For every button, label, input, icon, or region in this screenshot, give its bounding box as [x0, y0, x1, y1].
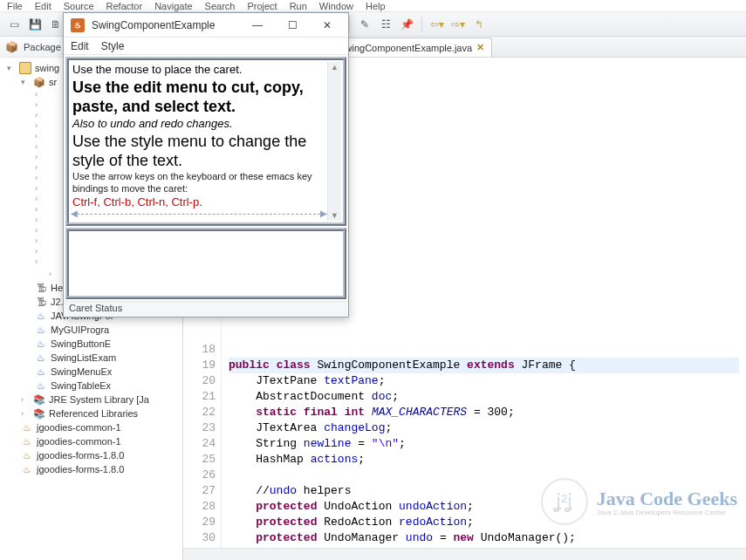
swing-changelog[interactable]: [65, 228, 346, 299]
annotate-icon[interactable]: ✎: [356, 16, 373, 33]
minimize-button[interactable]: ―: [243, 16, 271, 35]
save-icon[interactable]: 💾: [26, 16, 44, 33]
new-icon[interactable]: ▭: [5, 16, 23, 33]
tree-file[interactable]: ♨SwingButtonE: [0, 337, 182, 351]
tree-file[interactable]: ♨MyGUIProgra: [0, 323, 182, 337]
textpane-scrollbar[interactable]: [327, 62, 341, 221]
sep: [421, 17, 422, 32]
tree-file[interactable]: ♨SwingMenuEx: [0, 365, 182, 379]
menu-edit[interactable]: Edit: [35, 1, 51, 11]
back-icon[interactable]: ⇦▾: [428, 16, 446, 33]
menu-project[interactable]: Project: [247, 1, 277, 11]
tree-jar[interactable]: ♨jgoodies-forms-1.8.0: [0, 448, 182, 462]
close-button[interactable]: ✕: [313, 16, 341, 35]
tree-jar[interactable]: ♨jgoodies-common-1: [0, 420, 182, 434]
menu-search[interactable]: Search: [205, 1, 236, 11]
tree-jar[interactable]: ♨jgoodies-common-1: [0, 434, 182, 448]
menu-help[interactable]: Help: [366, 1, 386, 11]
tree-lib[interactable]: ›📚Referenced Libraries: [0, 406, 182, 420]
sep: [349, 17, 350, 32]
swing-app-window[interactable]: ♨ SwingComponentExample ― ☐ ✕ Edit Style…: [63, 12, 349, 318]
task-icon[interactable]: ☷: [377, 16, 394, 33]
caret-ruler: [72, 214, 338, 219]
swing-title: SwingComponentExample: [92, 19, 236, 31]
swing-titlebar[interactable]: ♨ SwingComponentExample ― ☐ ✕: [64, 13, 348, 38]
swing-menubar[interactable]: Edit Style: [64, 38, 348, 55]
package-icon: 📦: [5, 41, 18, 53]
saveall-icon[interactable]: 🗎: [47, 16, 65, 33]
swing-textpane[interactable]: Use the mouse to place the caret.Use the…: [65, 57, 346, 226]
ide-menubar[interactable]: File Edit Source Refactor Navigate Searc…: [0, 0, 746, 12]
maximize-button[interactable]: ☐: [278, 16, 306, 35]
menu-file[interactable]: File: [7, 1, 23, 11]
horizontal-scrollbar[interactable]: [183, 548, 746, 560]
close-icon[interactable]: ✕: [476, 42, 484, 53]
tree-lib[interactable]: ›📚JRE System Library [Ja: [0, 393, 182, 406]
swing-menu-edit[interactable]: Edit: [71, 40, 89, 52]
pin-icon[interactable]: 📌: [398, 16, 415, 33]
tree-file[interactable]: ♨SwingTableEx: [0, 379, 182, 393]
menu-navigate[interactable]: Navigate: [154, 1, 192, 11]
tree-jar[interactable]: ♨jgoodies-forms-1.8.0: [0, 462, 182, 476]
menu-source[interactable]: Source: [64, 1, 94, 11]
menu-refactor[interactable]: Refactor: [106, 1, 143, 11]
swing-menu-style[interactable]: Style: [101, 40, 125, 52]
forward-icon[interactable]: ⇨▾: [449, 16, 467, 33]
menu-window[interactable]: Window: [319, 1, 353, 11]
last-edit-icon[interactable]: ↰: [470, 16, 488, 33]
menu-run[interactable]: Run: [290, 1, 307, 11]
tree-file[interactable]: ♨SwingListExam: [0, 351, 182, 365]
swing-status: Caret Status: [64, 301, 348, 317]
java-app-icon: ♨: [71, 18, 85, 32]
